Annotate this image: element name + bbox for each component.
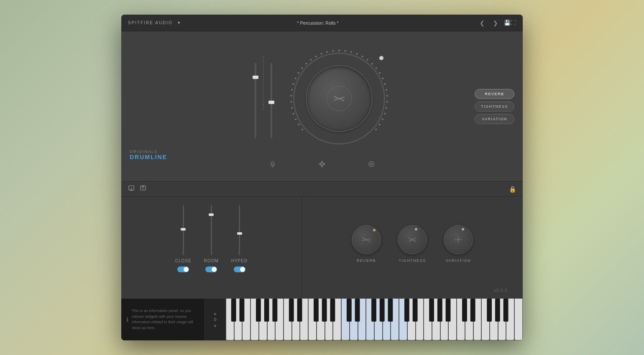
white-key[interactable]	[407, 299, 416, 340]
white-key[interactable]	[300, 299, 308, 340]
reverb-knob[interactable]	[352, 225, 381, 254]
svg-point-1	[298, 124, 299, 125]
room-slider-thumb[interactable]	[209, 213, 214, 216]
tightness-knob-indicator	[415, 228, 417, 231]
variation-mode-button[interactable]: VARIATION	[475, 114, 514, 124]
white-key[interactable]	[424, 299, 432, 340]
white-key[interactable]	[234, 299, 243, 340]
close-slider[interactable]	[183, 205, 184, 255]
hyped-slider-thumb[interactable]	[237, 232, 242, 235]
white-key[interactable]	[399, 299, 407, 340]
spinner-icon[interactable]	[318, 160, 326, 170]
white-key[interactable]	[490, 299, 498, 340]
close-label: Close	[175, 259, 192, 263]
close-slider-thumb[interactable]	[181, 228, 186, 231]
white-key[interactable]	[317, 299, 325, 340]
white-key[interactable]	[259, 299, 267, 340]
white-key[interactable]	[292, 299, 300, 340]
lock-icon[interactable]: 🔒	[509, 186, 516, 193]
white-key[interactable]	[250, 299, 259, 340]
pitch-control: ▲ 0 ▼	[205, 299, 226, 340]
svg-point-19	[345, 50, 346, 51]
white-key[interactable]	[432, 299, 440, 340]
pitch-value: 0	[214, 317, 217, 322]
white-key[interactable]	[481, 299, 490, 340]
white-key[interactable]	[358, 299, 366, 340]
svg-point-4	[291, 107, 293, 109]
room-slider[interactable]	[211, 205, 212, 255]
mic-icon[interactable]	[269, 160, 276, 170]
white-key[interactable]	[498, 299, 506, 340]
white-key[interactable]	[226, 299, 234, 340]
white-key[interactable]	[308, 299, 317, 340]
white-key[interactable]	[383, 299, 391, 340]
white-key[interactable]	[350, 299, 358, 340]
close-toggle[interactable]	[177, 266, 189, 272]
white-key[interactable]	[325, 299, 333, 340]
reverb-mode-button[interactable]: REVERB	[475, 89, 514, 99]
white-key[interactable]	[514, 299, 523, 340]
white-key[interactable]	[457, 299, 465, 340]
tightness-knob-label: TIGHTNESS	[399, 259, 426, 263]
svg-point-20	[350, 51, 352, 53]
white-key[interactable]	[366, 299, 374, 340]
white-key[interactable]	[391, 299, 399, 340]
import-icon[interactable]	[128, 185, 135, 193]
save-button[interactable]: 💾	[504, 20, 511, 26]
expand-button[interactable]: ⛶	[511, 20, 516, 26]
white-key[interactable]	[275, 299, 284, 340]
white-key[interactable]	[333, 299, 341, 340]
hyped-toggle[interactable]	[234, 266, 245, 272]
hyped-toggle-thumb	[240, 267, 245, 272]
brand-name: DRUMLINE	[130, 154, 167, 160]
svg-point-35	[379, 124, 381, 125]
svg-point-3	[293, 113, 294, 114]
svg-point-39	[271, 162, 274, 165]
main-knob[interactable]	[306, 65, 373, 132]
white-key[interactable]	[448, 299, 457, 340]
expression-slider-thumb[interactable]	[253, 76, 258, 79]
svg-point-32	[386, 107, 387, 109]
tightness-knob[interactable]	[398, 225, 427, 254]
svg-point-34	[382, 118, 383, 120]
pitch-up-arrow[interactable]: ▲	[213, 311, 217, 316]
nav-back-button[interactable]: ❮	[477, 19, 487, 27]
header: SPITFIRE AUDIO ▾ * Percussion: Rolls * ❮…	[121, 15, 523, 31]
hyped-slider[interactable]	[239, 205, 240, 255]
tightness-mode-button[interactable]: TIGHTNESS	[475, 101, 514, 112]
main-knob-container	[289, 48, 389, 149]
dynamics-slider-thumb[interactable]	[268, 101, 274, 104]
white-key[interactable]	[473, 299, 482, 340]
knobs-section: REVERB TIGHTNESS	[302, 197, 523, 299]
variation-knob-label: VARIATION	[446, 259, 471, 263]
white-key[interactable]	[506, 299, 514, 340]
piano-keys[interactable]	[226, 299, 523, 340]
white-key[interactable]	[242, 299, 250, 340]
white-key[interactable]	[416, 299, 424, 340]
piano-section: ℹ This is an information panel. As you r…	[121, 299, 523, 340]
close-toggle-thumb	[184, 267, 189, 272]
room-toggle[interactable]	[205, 266, 217, 272]
variation-scratch	[450, 231, 467, 248]
white-key[interactable]	[465, 299, 473, 340]
svg-point-14	[315, 56, 317, 57]
knobs-row: REVERB TIGHTNESS	[352, 201, 473, 287]
dynamics-slider[interactable]	[271, 63, 272, 138]
white-key[interactable]	[284, 299, 292, 340]
expression-slider[interactable]	[255, 63, 256, 138]
svg-point-5	[290, 101, 292, 102]
white-key[interactable]	[374, 299, 383, 340]
export-icon[interactable]	[140, 185, 146, 193]
nav-forward-button[interactable]: ❯	[491, 19, 501, 27]
white-key[interactable]	[440, 299, 449, 340]
hyped-channel: Hyped	[231, 205, 248, 272]
white-key[interactable]	[341, 299, 350, 340]
target-icon[interactable]	[368, 160, 375, 170]
pitch-down-arrow[interactable]: ▼	[213, 324, 217, 328]
version-label: v0.0.5	[487, 287, 514, 294]
brand-originals: ORIGINALS	[130, 150, 167, 154]
variation-knob[interactable]	[444, 225, 473, 254]
svg-point-15	[321, 53, 322, 55]
reverb-knob-label: REVERB	[357, 259, 376, 263]
white-key[interactable]	[267, 299, 276, 340]
